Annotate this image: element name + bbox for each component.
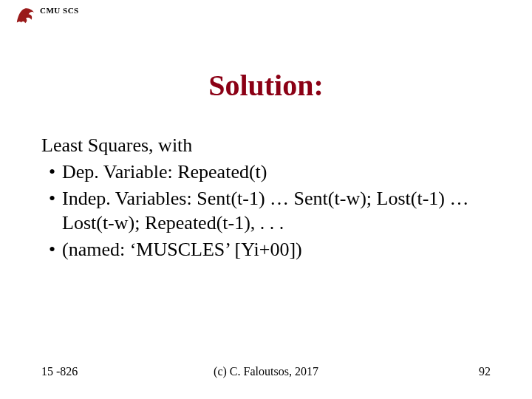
slide-header: CMU SCS xyxy=(15,4,79,27)
list-item: Indep. Variables: Sent(t-1) … Sent(t-w);… xyxy=(41,186,491,236)
cmu-dragon-icon xyxy=(15,4,37,27)
list-item: Dep. Variable: Repeated(t) xyxy=(41,160,491,185)
page-number: 92 xyxy=(479,365,491,378)
slide-title: Solution: xyxy=(0,68,532,103)
copyright-text: (c) C. Faloutsos, 2017 xyxy=(41,365,491,378)
org-label: CMU SCS xyxy=(40,4,79,15)
course-code: 15 -826 xyxy=(41,365,78,378)
slide-body: Least Squares, with Dep. Variable: Repea… xyxy=(41,133,491,264)
body-lead: Least Squares, with xyxy=(41,133,491,158)
list-item: (named: ‘MUSCLES’ [Yi+00]) xyxy=(41,237,491,262)
bullet-list: Dep. Variable: Repeated(t) Indep. Variab… xyxy=(41,160,491,262)
slide-footer: 15 -826 (c) C. Faloutsos, 2017 92 xyxy=(41,365,491,378)
